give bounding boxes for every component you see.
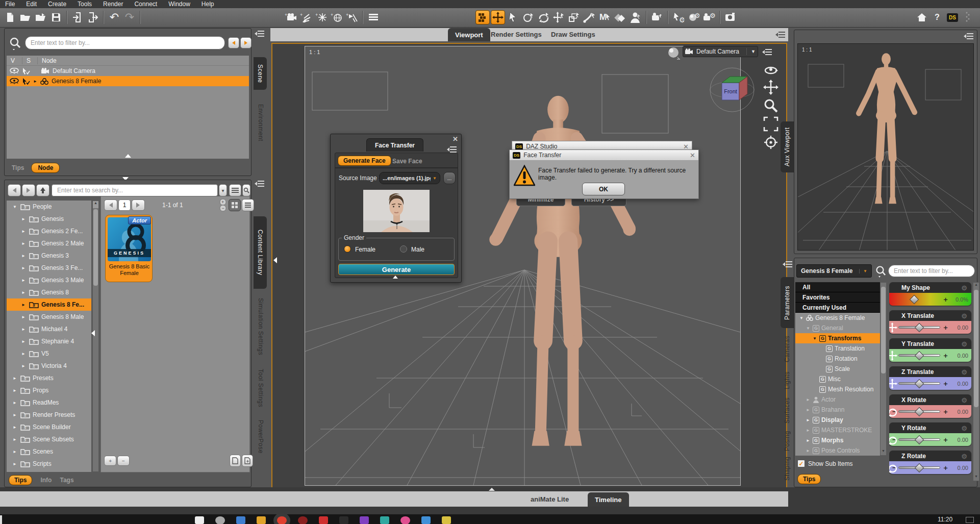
- viewport-grid-tool-icon[interactable]: [475, 10, 490, 24]
- export-icon[interactable]: [86, 10, 100, 24]
- generate-button[interactable]: Generate: [338, 264, 455, 275]
- scene-filter-input[interactable]: [25, 36, 225, 49]
- menu-item[interactable]: Connect: [134, 1, 157, 8]
- tab-save-face[interactable]: Save Face: [392, 158, 422, 165]
- show-sub-items[interactable]: ✓ Show Sub Items: [797, 460, 852, 467]
- aim-camera-icon[interactable]: [763, 135, 778, 150]
- slider-row[interactable]: − ＋ 0.00: [889, 349, 971, 362]
- slider-row[interactable]: − ＋ 0.00: [889, 321, 971, 334]
- help-icon[interactable]: ?: [930, 10, 944, 24]
- pan-camera-icon[interactable]: [763, 80, 778, 95]
- cl-page-number[interactable]: 1: [118, 199, 131, 211]
- cl-add-button[interactable]: ＋: [104, 456, 116, 466]
- cl-tree-item[interactable]: s Scene Subsets: [7, 433, 91, 445]
- cl-grid-view-button[interactable]: [229, 199, 241, 211]
- expand-arrow[interactable]: [13, 450, 18, 454]
- pane-menu-icon[interactable]: [255, 180, 265, 187]
- slider-track[interactable]: [898, 466, 940, 469]
- cl-tree-item[interactable]: s Genesis 3 Male: [7, 274, 91, 286]
- taskbar-app-icon[interactable]: [215, 516, 225, 524]
- slider-row[interactable]: − ＋ 0.00: [889, 461, 971, 474]
- tab-tips[interactable]: Tips: [9, 475, 32, 485]
- parameters-filter-icon[interactable]: [875, 265, 887, 278]
- cl-tree-item[interactable]: s Genesis 8 Male: [7, 311, 91, 323]
- taskbar-app-icon[interactable]: [360, 516, 369, 524]
- ok-button[interactable]: OK: [582, 183, 625, 195]
- slider-handle[interactable]: [915, 407, 924, 416]
- parameters-tree-scrollbar[interactable]: ▼: [880, 282, 887, 456]
- slider-handle[interactable]: [910, 294, 919, 304]
- tab-render-settings[interactable]: Render Settings: [491, 31, 542, 38]
- expand-arrow[interactable]: [13, 425, 18, 430]
- parameter-slider-card[interactable]: Z Translate⚙ − ＋ 0.00: [889, 366, 971, 390]
- cl-search-input[interactable]: [52, 184, 218, 196]
- create-environment-icon[interactable]: +: [330, 10, 344, 24]
- visibility-eye-icon[interactable]: [10, 78, 19, 84]
- zoom-camera-icon[interactable]: [763, 98, 778, 113]
- expand-arrow[interactable]: [813, 336, 817, 341]
- expand-arrow[interactable]: [806, 408, 811, 412]
- camera-selector[interactable]: Default Camera ▼: [683, 46, 758, 57]
- expand-arrow[interactable]: [21, 327, 27, 332]
- create-distant-light-icon[interactable]: +: [299, 10, 313, 24]
- parameters-tree-item[interactable]: G Mesh Resolution: [795, 384, 880, 394]
- tab-generate-face[interactable]: Generate Face: [338, 156, 391, 166]
- side-tab-scene[interactable]: Scene: [254, 57, 267, 90]
- column-node[interactable]: Node: [37, 57, 57, 64]
- parameters-tree-item[interactable]: G Actor: [795, 394, 880, 405]
- taskbar-app-icon[interactable]: [236, 516, 245, 524]
- visibility-eye-icon[interactable]: [10, 68, 19, 74]
- pane-layout-icon[interactable]: [366, 10, 381, 24]
- expand-arrow[interactable]: [806, 397, 811, 402]
- slider-track[interactable]: [898, 410, 940, 413]
- cl-tree-item[interactable]: s Victoria 4: [7, 360, 91, 372]
- parameters-quick-item[interactable]: All: [795, 282, 880, 292]
- taskbar-clock[interactable]: 11:20: [938, 516, 952, 523]
- expand-arrow[interactable]: [21, 290, 27, 295]
- gear-icon[interactable]: ⚙: [961, 368, 967, 376]
- asset-card-genesis-8-basic-female[interactable]: GENESIS Actor Genesis 8 Basic Female: [105, 215, 153, 282]
- side-tab-simulation-settings[interactable]: Simulation Settings: [255, 293, 267, 360]
- viewport-collapse-arrow[interactable]: [273, 257, 277, 263]
- scroll-thumb[interactable]: [974, 290, 978, 407]
- slider-increment[interactable]: ＋: [942, 379, 949, 388]
- cl-tree-item[interactable]: s Shader Presets: [7, 470, 91, 472]
- cl-list-view-button[interactable]: [242, 199, 254, 211]
- taskbar-app-icon[interactable]: [380, 516, 389, 524]
- camera-options-icon[interactable]: ⚙: [702, 10, 716, 24]
- redo-icon[interactable]: ↷: [122, 10, 137, 24]
- cl-tree-item[interactable]: s Scene Builder: [7, 421, 91, 433]
- cl-tree-scroll-thumb[interactable]: [93, 209, 98, 286]
- timeline-collapse-arrow[interactable]: [489, 488, 495, 491]
- expand-arrow[interactable]: [806, 438, 811, 443]
- expand-arrow[interactable]: [13, 205, 18, 209]
- universal-manipulator-icon[interactable]: [491, 10, 505, 24]
- draw-style-sphere-icon[interactable]: [667, 47, 681, 60]
- expand-arrow[interactable]: [806, 448, 811, 453]
- cl-tree-item[interactable]: s Genesis 8: [7, 286, 91, 298]
- gear-icon[interactable]: ⚙: [961, 284, 967, 292]
- dialog-collapse-arrow[interactable]: [393, 276, 398, 279]
- face-transfer-dialog[interactable]: ✕ Face Transfer Generate Face Save Face …: [330, 134, 462, 283]
- slider-row[interactable]: − ＋ 0.00: [889, 405, 971, 418]
- tree-collapse-arrow[interactable]: [91, 330, 95, 336]
- tab-tags[interactable]: Tags: [60, 477, 73, 484]
- slider-handle[interactable]: [915, 435, 924, 444]
- side-tab-environment[interactable]: Environment: [255, 94, 267, 151]
- side-tab-cameras[interactable]: Cameras: [782, 333, 793, 365]
- menu-item[interactable]: Edit: [26, 1, 37, 8]
- geometry-editor-tool-icon[interactable]: [613, 10, 627, 24]
- windows-taskbar[interactable]: [0, 514, 980, 524]
- pane-menu-icon[interactable]: [447, 145, 457, 153]
- slider-increment[interactable]: ＋: [942, 295, 949, 304]
- daz-store-badge[interactable]: DS: [945, 10, 960, 24]
- expand-arrow[interactable]: [13, 388, 18, 393]
- pane-menu-icon[interactable]: [762, 48, 772, 56]
- parameters-tree-item[interactable]: G General: [795, 323, 880, 333]
- parameter-slider-card[interactable]: My Shape⚙ − ＋ 0.0%: [889, 282, 971, 306]
- tab-draw-settings[interactable]: Draw Settings: [551, 31, 595, 38]
- slider-track[interactable]: [898, 298, 940, 301]
- cl-tree-item[interactable]: s Props: [7, 384, 91, 396]
- tab-node[interactable]: Node: [31, 163, 60, 173]
- parameters-tree-item[interactable]: G Brahann: [795, 405, 880, 415]
